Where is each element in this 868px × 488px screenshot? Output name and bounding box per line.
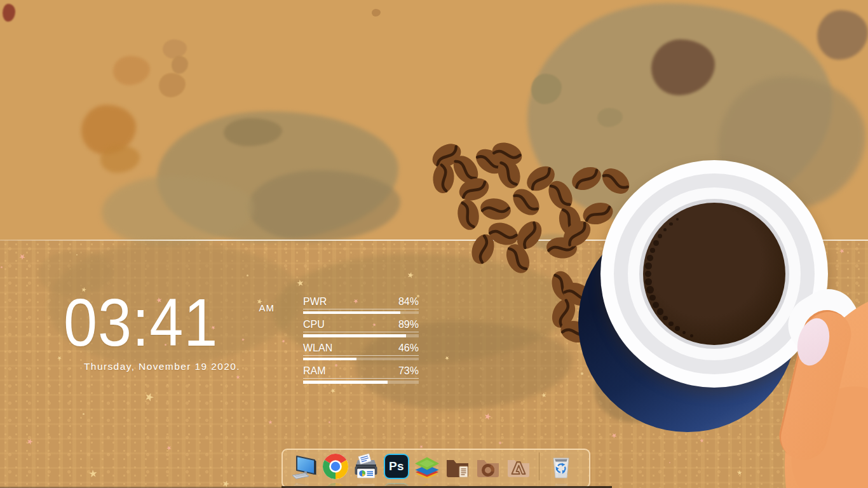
meter-bar <box>303 358 419 361</box>
coffee-bean <box>456 174 492 204</box>
dock-item-adobe-folder[interactable] <box>504 452 533 481</box>
printer-icon <box>351 452 381 481</box>
dock-icon-row: Ps <box>290 452 581 481</box>
meter-wlan: WLAN 46% <box>303 342 419 360</box>
coffee-bean <box>478 196 512 222</box>
coffee-bean <box>471 144 508 179</box>
dock-item-recycle-bin[interactable] <box>546 452 576 481</box>
coffee-stain <box>100 145 140 173</box>
meter-cpu: CPU 89% <box>303 319 419 337</box>
meter-bar <box>303 311 419 315</box>
coffee-bean <box>428 139 465 173</box>
clock-time: 03:41 <box>64 287 241 357</box>
meter-value: 46% <box>398 342 419 355</box>
coffee-stain <box>113 56 150 85</box>
meter-label: CPU <box>303 319 325 331</box>
coffee-stain <box>172 56 188 74</box>
coffee-stain <box>372 9 381 17</box>
meter-value: 84% <box>398 296 419 308</box>
meter-value: 89% <box>398 319 419 331</box>
documents-folder-icon <box>443 452 472 481</box>
coffee-stain <box>159 73 186 97</box>
dock-item-photoshop[interactable]: Ps <box>382 452 411 481</box>
meter-value: 73% <box>398 365 419 377</box>
office-folder-icon <box>473 452 503 481</box>
clock-widget: 03:41 AM Thursday, November 19 2020. <box>64 287 261 372</box>
clock-meridiem: AM <box>259 302 275 313</box>
bluestacks-icon <box>412 452 442 481</box>
clock-date: Thursday, November 19 2020. <box>84 361 261 372</box>
coffee-bean <box>508 184 544 220</box>
coffee-bean <box>449 151 484 188</box>
cup-ring <box>614 173 815 374</box>
recycle-bin-icon <box>546 452 576 481</box>
coffee-bean <box>489 139 525 168</box>
dock-divider <box>539 452 539 480</box>
dock-item-printer[interactable] <box>351 452 381 481</box>
meter-pwr: PWR 84% <box>303 296 419 314</box>
meter-label: RAM <box>303 365 326 377</box>
meter-bar <box>303 334 419 337</box>
photoshop-label: Ps <box>389 459 404 473</box>
dock-item-bluestacks[interactable] <box>412 452 442 481</box>
dock-item-documents-folder[interactable] <box>443 452 472 481</box>
meter-bar <box>303 381 419 384</box>
cup-inner-ring <box>628 187 801 360</box>
system-monitor-widget: PWR 84% CPU 89% WLAN 46% RAM 73% <box>303 296 419 389</box>
meter-label: PWR <box>303 296 327 308</box>
coffee-bean <box>494 156 524 191</box>
adobe-folder-icon <box>504 452 533 481</box>
cup-rim <box>639 199 789 349</box>
coffee-stain <box>3 4 15 22</box>
coffee-bean <box>456 198 482 231</box>
coffee-bean <box>431 162 455 194</box>
meter-label: WLAN <box>303 342 332 355</box>
desktop: 03:41 AM Thursday, November 19 2020. PWR… <box>0 0 868 488</box>
coffee-bean <box>556 204 584 239</box>
coffee-stain <box>248 170 400 241</box>
chrome-icon <box>321 452 350 481</box>
dock-item-chrome[interactable] <box>321 452 350 481</box>
dock-item-this-pc[interactable] <box>290 452 320 481</box>
dock: Ps <box>281 449 590 488</box>
photoshop-icon: Ps <box>384 454 409 479</box>
coffee-stain <box>163 39 187 58</box>
coffee-stain <box>817 10 868 60</box>
dock-item-office-folder[interactable] <box>473 452 503 481</box>
coffee-cup <box>600 160 828 388</box>
coffee-surface <box>643 203 785 345</box>
meter-ram: RAM 73% <box>303 365 419 383</box>
this-pc-icon <box>290 452 320 481</box>
